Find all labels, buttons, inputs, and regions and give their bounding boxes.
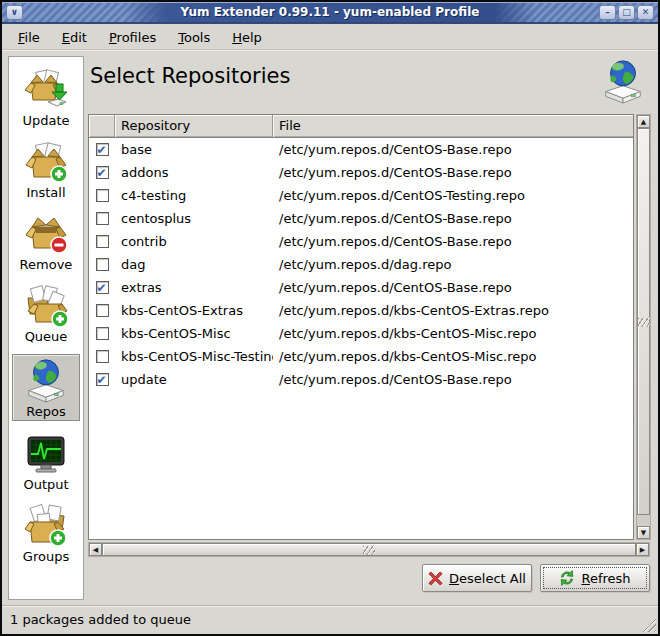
repo-name: extras bbox=[115, 276, 273, 299]
window-title: Yum Extender 0.99.11 - yum-enabled Profi… bbox=[125, 3, 536, 22]
repo-name: kbs-CentOS-Misc-Testing bbox=[115, 345, 273, 368]
sidebar-item-label: Output bbox=[23, 477, 68, 492]
repo-file: /etc/yum.repos.d/CentOS-Base.repo bbox=[273, 138, 633, 161]
repo-checkbox[interactable]: ✔ bbox=[96, 373, 109, 386]
repo-file: /etc/yum.repos.d/CentOS-Base.repo bbox=[273, 207, 633, 230]
repo-table-body: ✔ base /etc/yum.repos.d/CentOS-Base.repo… bbox=[89, 138, 633, 391]
sidebar-item-repos[interactable]: Repos bbox=[12, 354, 80, 421]
table-row[interactable]: ✔ kbs-CentOS-Extras /etc/yum.repos.d/kbs… bbox=[89, 299, 633, 322]
table-row[interactable]: ✔ centosplus /etc/yum.repos.d/CentOS-Bas… bbox=[89, 207, 633, 230]
table-row[interactable]: ✔ kbs-CentOS-Misc /etc/yum.repos.d/kbs-C… bbox=[89, 322, 633, 345]
status-text: 1 packages added to queue bbox=[10, 612, 191, 627]
repo-checkbox[interactable]: ✔ bbox=[96, 235, 109, 248]
scroll-right-button[interactable]: ▶ bbox=[636, 543, 649, 556]
minimize-button[interactable]: – bbox=[599, 5, 616, 20]
horizontal-scrollbar-thumb[interactable] bbox=[102, 543, 636, 556]
window-menu-button[interactable]: ∨ bbox=[6, 5, 23, 20]
chevron-down-icon: ∨ bbox=[11, 7, 18, 17]
sidebar-item-queue[interactable]: Queue bbox=[12, 282, 80, 345]
check-icon: ✔ bbox=[97, 162, 107, 185]
repo-checkbox[interactable]: ✔ bbox=[96, 350, 109, 363]
grip-icon bbox=[638, 317, 650, 326]
sidebar: Update Install bbox=[8, 56, 84, 600]
repo-checkbox[interactable]: ✔ bbox=[96, 304, 109, 317]
repo-name: dag bbox=[115, 253, 273, 276]
repo-file: /etc/yum.repos.d/CentOS-Base.repo bbox=[273, 368, 633, 391]
table-viewport: Repository File ✔ base /etc/yum.repos.d/… bbox=[88, 114, 634, 540]
menubar: File Edit Profiles Tools Help bbox=[2, 25, 658, 50]
table-row[interactable]: ✔ dag /etc/yum.repos.d/dag.repo bbox=[89, 253, 633, 276]
menu-tools[interactable]: Tools bbox=[168, 28, 220, 47]
deselect-all-label: Deselect All bbox=[449, 571, 526, 586]
close-button[interactable]: ✕ bbox=[637, 5, 654, 20]
repo-checkbox[interactable]: ✔ bbox=[96, 189, 109, 202]
repo-name: update bbox=[115, 368, 273, 391]
arrow-down-icon: ▼ bbox=[641, 529, 646, 537]
table-row[interactable]: ✔ contrib /etc/yum.repos.d/CentOS-Base.r… bbox=[89, 230, 633, 253]
repo-checkbox[interactable]: ✔ bbox=[96, 281, 109, 294]
menu-edit[interactable]: Edit bbox=[52, 28, 97, 47]
sidebar-item-install[interactable]: Install bbox=[12, 138, 80, 201]
minimize-icon: – bbox=[605, 7, 610, 17]
sidebar-item-update[interactable]: Update bbox=[12, 66, 80, 129]
vertical-scrollbar[interactable]: ▲ ▼ bbox=[636, 114, 651, 540]
table-row[interactable]: ✔ extras /etc/yum.repos.d/CentOS-Base.re… bbox=[89, 276, 633, 299]
table-row[interactable]: ✔ addons /etc/yum.repos.d/CentOS-Base.re… bbox=[89, 161, 633, 184]
repo-name: addons bbox=[115, 161, 273, 184]
menu-profiles[interactable]: Profiles bbox=[99, 28, 166, 47]
check-icon: ✔ bbox=[97, 369, 107, 392]
scroll-up-button[interactable]: ▲ bbox=[637, 115, 650, 128]
maximize-icon: □ bbox=[622, 7, 631, 17]
titlebar: ∨ Yum Extender 0.99.11 - yum-enabled Pro… bbox=[2, 2, 658, 24]
resize-grip-icon[interactable] bbox=[642, 618, 656, 632]
page-title: Select Repositories bbox=[90, 64, 290, 88]
scroll-left-button[interactable]: ◀ bbox=[89, 543, 102, 556]
repo-globe-icon bbox=[23, 357, 69, 403]
maximize-button[interactable]: □ bbox=[618, 5, 635, 20]
table-row[interactable]: ✔ base /etc/yum.repos.d/CentOS-Base.repo bbox=[89, 138, 633, 161]
install-box-icon bbox=[24, 140, 68, 184]
sidebar-item-output[interactable]: Output bbox=[12, 430, 80, 493]
repo-file: /etc/yum.repos.d/CentOS-Base.repo bbox=[273, 230, 633, 253]
table-row[interactable]: ✔ update /etc/yum.repos.d/CentOS-Base.re… bbox=[89, 368, 633, 391]
repo-checkbox[interactable]: ✔ bbox=[96, 166, 109, 179]
refresh-button[interactable]: Refresh bbox=[540, 564, 650, 592]
output-monitor-icon bbox=[24, 432, 68, 476]
scroll-down-button[interactable]: ▼ bbox=[637, 526, 650, 539]
repo-file: /etc/yum.repos.d/kbs-CentOS-Misc.repo bbox=[273, 322, 633, 345]
update-box-icon bbox=[24, 68, 68, 112]
vertical-scrollbar-thumb[interactable] bbox=[637, 128, 650, 515]
sidebar-item-label: Update bbox=[22, 113, 69, 128]
column-header-repository[interactable]: Repository bbox=[115, 115, 273, 137]
repo-checkbox[interactable]: ✔ bbox=[96, 258, 109, 271]
table-row[interactable]: ✔ kbs-CentOS-Misc-Testing /etc/yum.repos… bbox=[89, 345, 633, 368]
check-icon: ✔ bbox=[97, 139, 107, 162]
repo-file: /etc/yum.repos.d/kbs-CentOS-Misc.repo bbox=[273, 345, 633, 368]
sidebar-item-groups[interactable]: Groups bbox=[12, 502, 80, 565]
repo-checkbox[interactable]: ✔ bbox=[96, 327, 109, 340]
sidebar-item-label: Remove bbox=[20, 257, 73, 272]
table-row[interactable]: ✔ c4-testing /etc/yum.repos.d/CentOS-Tes… bbox=[89, 184, 633, 207]
menu-help[interactable]: Help bbox=[222, 28, 272, 47]
green-refresh-icon bbox=[559, 570, 575, 586]
deselect-all-button[interactable]: Deselect All bbox=[422, 564, 532, 592]
repo-file: /etc/yum.repos.d/dag.repo bbox=[273, 253, 633, 276]
arrow-up-icon: ▲ bbox=[641, 118, 646, 126]
repo-name: kbs-CentOS-Extras bbox=[115, 299, 273, 322]
queue-box-icon bbox=[24, 284, 68, 328]
repo-name: contrib bbox=[115, 230, 273, 253]
arrow-left-icon: ◀ bbox=[93, 546, 98, 554]
repo-name: centosplus bbox=[115, 207, 273, 230]
refresh-label: Refresh bbox=[581, 571, 630, 586]
sidebar-item-remove[interactable]: Remove bbox=[12, 210, 80, 273]
horizontal-scrollbar[interactable]: ◀ ▶ bbox=[88, 542, 650, 557]
repo-file: /etc/yum.repos.d/CentOS-Base.repo bbox=[273, 161, 633, 184]
column-header-checkbox[interactable] bbox=[89, 115, 115, 137]
menu-file[interactable]: File bbox=[8, 28, 50, 47]
close-icon: ✕ bbox=[642, 7, 650, 17]
app-window: ∨ Yum Extender 0.99.11 - yum-enabled Pro… bbox=[0, 0, 660, 636]
repo-checkbox[interactable]: ✔ bbox=[96, 143, 109, 156]
column-header-file[interactable]: File bbox=[273, 115, 633, 137]
sidebar-item-label: Install bbox=[26, 185, 65, 200]
repo-checkbox[interactable]: ✔ bbox=[96, 212, 109, 225]
